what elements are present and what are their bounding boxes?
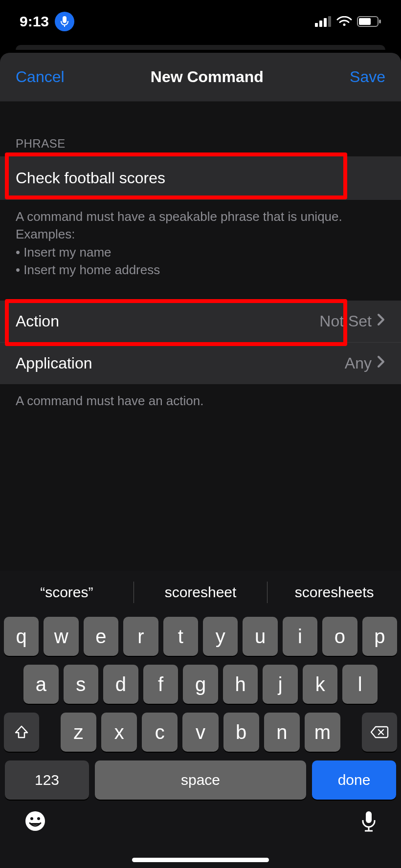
svg-point-11 — [37, 817, 40, 820]
action-footer-text: A command must have an action. — [0, 384, 401, 410]
key-a[interactable]: a — [23, 665, 59, 704]
key-l[interactable]: l — [342, 665, 378, 704]
key-s[interactable]: s — [64, 665, 99, 704]
phrase-help-line: A command must have a speakable phrase t… — [16, 208, 385, 225]
key-t[interactable]: t — [163, 617, 198, 656]
nav-title: New Command — [151, 68, 264, 86]
key-v[interactable]: v — [182, 713, 218, 752]
svg-rect-5 — [328, 16, 331, 27]
svg-rect-12 — [366, 811, 372, 823]
key-row-3: z x c v b n m — [4, 713, 397, 752]
space-key[interactable]: space — [95, 760, 306, 800]
key-n[interactable]: n — [264, 713, 300, 752]
shift-key[interactable] — [4, 713, 39, 752]
suggestion-item[interactable]: scoresheets — [267, 574, 401, 610]
key-r[interactable]: r — [123, 617, 158, 656]
keyboard: “scores” scoresheet scoresheets q w e r … — [0, 571, 401, 868]
suggestion-item[interactable]: scoresheet — [134, 574, 267, 610]
application-row[interactable]: Application Any — [0, 342, 401, 384]
numbers-key[interactable]: 123 — [5, 760, 89, 800]
key-row-bottom: 123 space done — [4, 760, 397, 800]
key-j[interactable]: j — [263, 665, 298, 704]
key-k[interactable]: k — [303, 665, 338, 704]
key-w[interactable]: w — [44, 617, 78, 656]
battery-icon — [357, 16, 381, 27]
phrase-help-text: A command must have a speakable phrase t… — [0, 200, 401, 279]
svg-point-9 — [25, 811, 45, 831]
key-d[interactable]: d — [103, 665, 138, 704]
action-label: Action — [16, 312, 59, 330]
modal-stack-sliver — [16, 45, 385, 50]
key-z[interactable]: z — [61, 713, 96, 752]
svg-rect-8 — [379, 20, 381, 23]
nav-bar: Cancel New Command Save — [0, 53, 401, 102]
emoji-icon[interactable] — [23, 809, 47, 835]
home-indicator[interactable] — [132, 858, 269, 862]
svg-rect-7 — [359, 18, 371, 25]
key-x[interactable]: x — [101, 713, 137, 752]
suggestion-bar: “scores” scoresheet scoresheets — [0, 571, 401, 614]
key-i[interactable]: i — [283, 617, 317, 656]
key-y[interactable]: y — [203, 617, 238, 656]
application-label: Application — [16, 354, 92, 372]
suggestion-item[interactable]: “scores” — [0, 574, 134, 610]
svg-rect-3 — [319, 21, 322, 27]
phrase-section-header: PHRASE — [0, 102, 401, 156]
key-p[interactable]: p — [362, 617, 397, 656]
key-e[interactable]: e — [84, 617, 118, 656]
key-h[interactable]: h — [223, 665, 258, 704]
action-row[interactable]: Action Not Set — [0, 301, 401, 342]
phrase-help-bullet: • Insert my name — [16, 243, 385, 261]
svg-rect-2 — [315, 23, 318, 27]
phrase-input[interactable] — [0, 156, 401, 200]
key-m[interactable]: m — [305, 713, 340, 752]
key-u[interactable]: u — [243, 617, 277, 656]
svg-point-10 — [30, 817, 33, 820]
status-right — [315, 16, 381, 27]
cancel-button[interactable]: Cancel — [16, 68, 65, 86]
key-f[interactable]: f — [143, 665, 178, 704]
key-row-2: a s d f g h j k l — [4, 665, 397, 704]
key-b[interactable]: b — [223, 713, 259, 752]
phrase-help-line: Examples: — [16, 225, 385, 243]
wifi-icon — [336, 16, 352, 27]
key-q[interactable]: q — [4, 617, 39, 656]
backspace-key[interactable] — [362, 713, 397, 752]
key-row-1: q w e r t y u i o p — [4, 617, 397, 656]
status-time: 9:13 — [20, 13, 49, 30]
key-g[interactable]: g — [183, 665, 218, 704]
key-o[interactable]: o — [322, 617, 357, 656]
phrase-help-bullet: • Insert my home address — [16, 261, 385, 279]
done-key[interactable]: done — [312, 760, 396, 800]
cellular-icon — [315, 16, 332, 27]
voice-control-badge — [55, 12, 74, 31]
key-c[interactable]: c — [142, 713, 178, 752]
chevron-right-icon — [377, 312, 385, 330]
application-value: Any — [345, 354, 372, 372]
svg-rect-0 — [63, 16, 67, 23]
action-value: Not Set — [319, 312, 372, 330]
chevron-right-icon — [377, 354, 385, 372]
save-button[interactable]: Save — [350, 68, 385, 86]
dictation-icon[interactable] — [360, 809, 378, 835]
status-bar: 9:13 — [0, 0, 401, 43]
svg-rect-4 — [324, 18, 327, 27]
